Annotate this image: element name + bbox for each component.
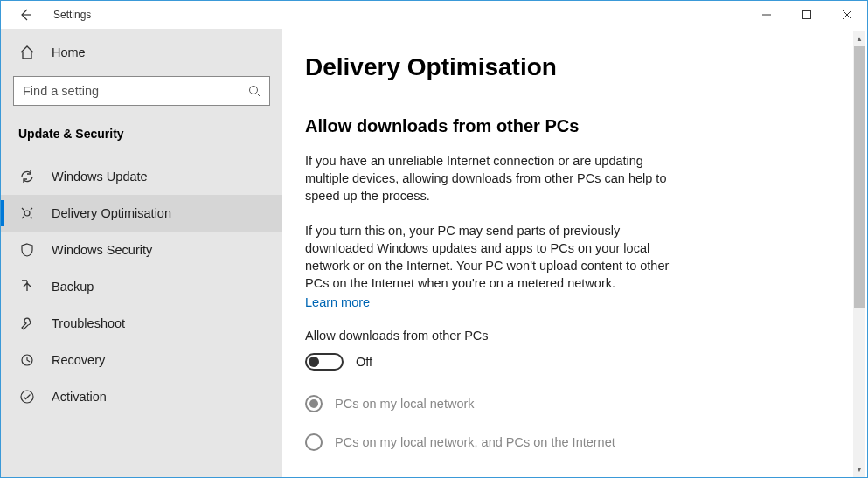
nav-item-windows-security[interactable]: Windows Security: [1, 232, 282, 268]
toggle-label: Allow downloads from other PCs: [305, 329, 839, 343]
recovery-icon: [18, 352, 36, 368]
nav-label: Delivery Optimisation: [52, 206, 171, 220]
minimize-button[interactable]: [746, 1, 787, 29]
section-heading: Update & Security: [1, 114, 282, 158]
nav-item-recovery[interactable]: Recovery: [1, 342, 282, 378]
nav-item-troubleshoot[interactable]: Troubleshoot: [1, 305, 282, 342]
search-box[interactable]: [13, 76, 270, 106]
home-label: Home: [52, 45, 86, 59]
svg-rect-0: [803, 11, 811, 19]
description-paragraph-2: If you turn this on, your PC may send pa…: [305, 222, 690, 292]
radio-icon: [305, 395, 323, 412]
scroll-up-button[interactable]: ▲: [853, 31, 865, 46]
sidebar: Home Update & Security Windows Update: [1, 29, 282, 478]
close-icon: [843, 10, 851, 19]
description-paragraph-1: If you have an unreliable Internet conne…: [305, 152, 690, 204]
back-button[interactable]: [15, 4, 36, 25]
subheading: Allow downloads from other PCs: [305, 116, 839, 136]
radio-label: PCs on my local network: [335, 397, 475, 411]
radio-icon: [305, 433, 323, 451]
toggle-knob: [309, 357, 319, 367]
allow-downloads-toggle[interactable]: [305, 353, 344, 371]
nav-label: Troubleshoot: [52, 316, 125, 330]
sync-icon: [18, 169, 36, 184]
nav-item-backup[interactable]: Backup: [1, 268, 282, 305]
scroll-down-button[interactable]: ▼: [853, 461, 865, 477]
check-circle-icon: [18, 389, 36, 405]
nav-label: Backup: [52, 280, 94, 294]
maximize-button[interactable]: [787, 1, 827, 29]
search-input[interactable]: [14, 84, 240, 98]
learn-more-link[interactable]: Learn more: [305, 295, 370, 309]
nav-label: Recovery: [52, 353, 105, 367]
wrench-icon: [18, 315, 36, 331]
svg-point-1: [249, 86, 257, 94]
nav-item-activation[interactable]: Activation: [1, 378, 282, 415]
nav-label: Windows Security: [52, 243, 152, 257]
search-icon: [240, 85, 269, 98]
nav-item-windows-update[interactable]: Windows Update: [1, 158, 282, 195]
radio-local-and-internet[interactable]: PCs on my local network, and PCs on the …: [305, 433, 839, 451]
nav-item-delivery-optimisation[interactable]: Delivery Optimisation: [1, 195, 282, 232]
arrow-left-icon: [18, 8, 32, 22]
scrollbar-thumb[interactable]: [854, 46, 865, 308]
radio-label: PCs on my local network, and PCs on the …: [335, 435, 615, 449]
nav-label: Activation: [52, 390, 107, 404]
home-nav[interactable]: Home: [1, 38, 282, 67]
home-icon: [18, 45, 36, 60]
nav-label: Windows Update: [52, 170, 148, 184]
shield-icon: [18, 242, 36, 258]
svg-point-4: [21, 391, 33, 403]
scrollbar[interactable]: ▲ ▼: [853, 31, 865, 477]
radio-local-network[interactable]: PCs on my local network: [305, 395, 839, 412]
minimize-icon: [762, 10, 771, 19]
close-button[interactable]: [827, 1, 867, 29]
page-title: Delivery Optimisation: [305, 53, 839, 81]
toggle-state-text: Off: [356, 355, 372, 369]
window-title: Settings: [53, 9, 91, 21]
backup-icon: [18, 279, 36, 294]
delivery-icon: [18, 205, 36, 221]
maximize-icon: [802, 10, 811, 19]
svg-point-2: [24, 211, 30, 216]
content-area: Delivery Optimisation Allow downloads fr…: [282, 29, 867, 478]
